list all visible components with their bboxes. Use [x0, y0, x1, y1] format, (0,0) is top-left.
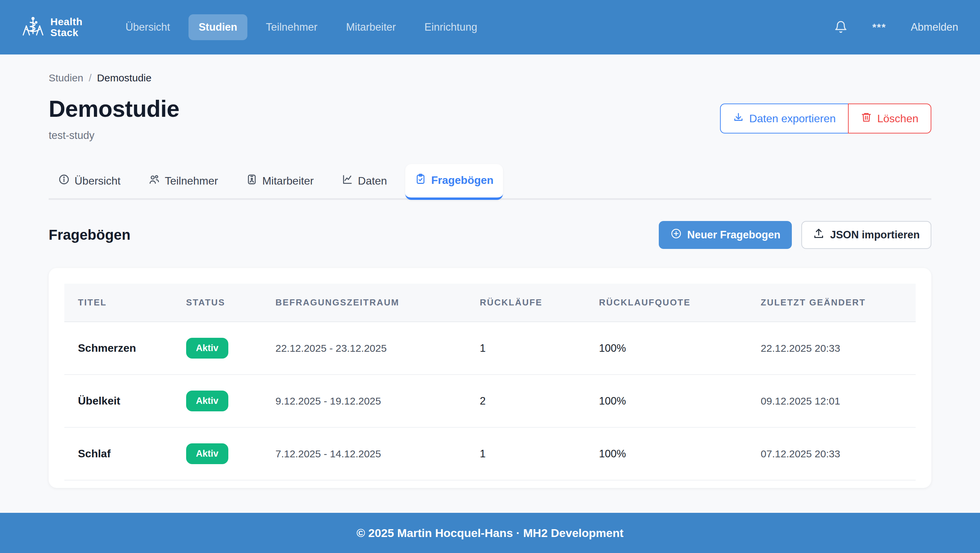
topbar-right-cluster: *** Abmelden [834, 21, 958, 34]
export-data-label: Daten exportieren [749, 112, 836, 125]
section-title: Fragebögen [49, 227, 130, 243]
page-footer: © 2025 Martin Hocquel-Hans · MH2 Develop… [0, 513, 980, 553]
caduceus-bridge-logo-icon [22, 15, 44, 39]
trash-icon [861, 112, 872, 125]
row-rate: 100% [592, 375, 754, 427]
delete-study-label: Löschen [877, 112, 918, 125]
study-tabs: Übersicht Teilnehmer Mitarbeiter [49, 164, 931, 200]
page-title: Demostudie [49, 96, 179, 122]
main-nav: Übersicht Studien Teilnehmer Mitarbeiter… [115, 14, 488, 40]
logout-link[interactable]: Abmelden [911, 21, 958, 33]
row-period: 22.12.2025 - 23.12.2025 [269, 322, 473, 375]
row-title: Schmerzen [64, 322, 179, 375]
tab-mitarbeiter-label: Mitarbeiter [262, 175, 314, 187]
tab-uebersicht[interactable]: Übersicht [49, 165, 130, 198]
status-badge: Aktiv [186, 390, 228, 411]
upload-icon [813, 228, 824, 242]
user-label[interactable]: *** [872, 21, 886, 33]
main-content: Studien / Demostudie Demostudie test-stu… [49, 54, 931, 492]
new-questionnaire-button[interactable]: Neuer Fragebogen [659, 221, 792, 249]
row-modified: 07.12.2025 20:33 [754, 427, 916, 480]
tab-frageboegen[interactable]: Fragebögen [405, 164, 503, 200]
top-navigation-bar: Health Stack Übersicht Studien Teilnehme… [0, 0, 980, 54]
tab-mitarbeiter[interactable]: Mitarbeiter [237, 165, 323, 198]
bell-icon[interactable] [834, 21, 848, 34]
nav-item-mitarbeiter[interactable]: Mitarbeiter [336, 14, 406, 40]
status-badge: Aktiv [186, 443, 228, 464]
id-badge-icon [246, 174, 258, 188]
col-ruecklaeufe: RÜCKLÄUFE [473, 284, 592, 322]
clipboard-check-icon [415, 173, 426, 187]
nav-item-studien[interactable]: Studien [189, 14, 248, 40]
row-responses: 2 [473, 375, 592, 427]
users-icon [148, 174, 160, 188]
plus-circle-icon [670, 228, 682, 242]
row-title: Schlaf [64, 427, 179, 480]
questionnaire-table-card: TITEL STATUS BEFRAGUNGSZEITRAUM RÜCKLÄUF… [49, 268, 931, 488]
nav-item-teilnehmer[interactable]: Teilnehmer [256, 14, 328, 40]
col-titel: TITEL [64, 284, 179, 322]
col-ruecklaufquote: RÜCKLAUFQUOTE [592, 284, 754, 322]
brand-name: Health Stack [50, 16, 83, 38]
row-rate: 100% [592, 427, 754, 480]
nav-item-uebersicht[interactable]: Übersicht [115, 14, 180, 40]
table-header-row: TITEL STATUS BEFRAGUNGSZEITRAUM RÜCKLÄUF… [64, 284, 916, 322]
row-responses: 1 [473, 427, 592, 480]
row-modified: 22.12.2025 20:33 [754, 322, 916, 375]
import-json-button[interactable]: JSON importieren [801, 221, 931, 249]
study-action-buttons: Daten exportieren Löschen [720, 104, 931, 134]
breadcrumb: Studien / Demostudie [49, 72, 931, 84]
section-action-buttons: Neuer Fragebogen JSON importieren [659, 221, 931, 249]
delete-study-button[interactable]: Löschen [848, 104, 931, 134]
status-badge: Aktiv [186, 338, 228, 359]
row-responses: 1 [473, 322, 592, 375]
tab-teilnehmer[interactable]: Teilnehmer [139, 165, 228, 198]
breadcrumb-current: Demostudie [97, 72, 151, 84]
col-zuletzt-geaendert: ZULETZT GEÄNDERT [754, 284, 916, 322]
download-icon [733, 112, 744, 125]
row-period: 9.12.2025 - 19.12.2025 [269, 375, 473, 427]
table-row[interactable]: Schmerzen Aktiv 22.12.2025 - 23.12.2025 … [64, 322, 916, 375]
questionnaire-table: TITEL STATUS BEFRAGUNGSZEITRAUM RÜCKLÄUF… [64, 284, 916, 480]
tab-daten-label: Daten [358, 175, 387, 187]
tab-teilnehmer-label: Teilnehmer [165, 175, 218, 187]
breadcrumb-studien[interactable]: Studien [49, 72, 83, 84]
row-rate: 100% [592, 322, 754, 375]
table-row[interactable]: Schlaf Aktiv 7.12.2025 - 14.12.2025 1 10… [64, 427, 916, 480]
brand-logo[interactable]: Health Stack [22, 15, 83, 39]
col-befragungszeitraum: BEFRAGUNGSZEITRAUM [269, 284, 473, 322]
info-circle-icon [58, 174, 70, 188]
row-modified: 09.12.2025 12:01 [754, 375, 916, 427]
nav-item-einrichtung[interactable]: Einrichtung [414, 14, 487, 40]
tab-daten[interactable]: Daten [332, 165, 396, 198]
copyright-text: © 2025 Martin Hocquel-Hans · MH2 Develop… [356, 526, 624, 540]
breadcrumb-separator: / [89, 72, 92, 84]
row-period: 7.12.2025 - 14.12.2025 [269, 427, 473, 480]
table-row[interactable]: Übelkeit Aktiv 9.12.2025 - 19.12.2025 2 … [64, 375, 916, 427]
line-chart-icon [342, 174, 353, 188]
import-json-label: JSON importieren [830, 229, 920, 241]
tab-frageboegen-label: Fragebögen [431, 174, 493, 186]
frageboegen-section-header: Fragebögen Neuer Fragebogen JSON importi… [49, 221, 931, 249]
col-status: STATUS [179, 284, 269, 322]
export-data-button[interactable]: Daten exportieren [720, 104, 849, 134]
page-subtitle: test-study [49, 129, 179, 142]
row-title: Übelkeit [64, 375, 179, 427]
page-header-row: Demostudie test-study Daten exportieren … [49, 96, 931, 142]
new-questionnaire-label: Neuer Fragebogen [687, 229, 781, 241]
tab-uebersicht-label: Übersicht [75, 175, 121, 187]
